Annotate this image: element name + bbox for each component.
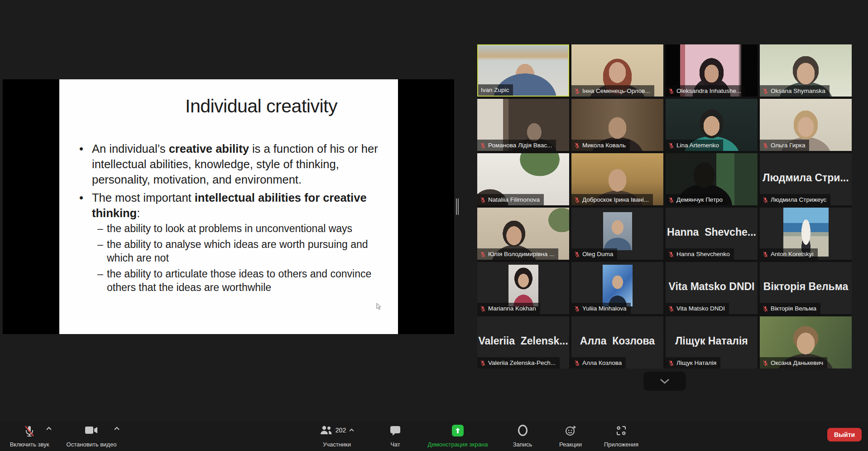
participant-tile-lishchuk-nataliia[interactable]: Ліщук НаталіяЛіщук Наталія <box>666 316 758 369</box>
mic-muted-icon <box>23 425 36 437</box>
participant-tile-demianchuk-petro[interactable]: Демянчук Петро <box>666 153 758 205</box>
sub-bullet-text: the ability to articulate those ideas to… <box>107 267 378 294</box>
slide-title: Individual creativity <box>185 96 337 117</box>
chat-button[interactable]: Чат <box>379 423 411 450</box>
sub-bullet-item: – the ability to look at problems in unc… <box>97 222 378 235</box>
participant-name-tag: Вікторія Вельма <box>760 303 820 314</box>
apps-button[interactable]: Приложения <box>594 423 648 450</box>
participant-tile-oleg-duma[interactable]: Oleg Duma <box>571 208 663 260</box>
participant-name-tag: Valeriia Zelenska-Pech... <box>477 357 560 369</box>
participant-name: Вікторія Вельма <box>771 305 816 312</box>
presentation-slide: Individual creativity • An individual’s … <box>59 79 398 334</box>
participant-name-tag: Людмила Стрижеус <box>760 194 830 205</box>
participant-name-tag: Lina Artemenko <box>666 140 723 151</box>
participant-tile-yuliia-volodymyrivna[interactable]: Юлія Володимирівна ... <box>477 208 569 260</box>
muted-mic-icon <box>668 88 674 94</box>
shared-screen-stage: Individual creativity • An individual’s … <box>3 79 454 334</box>
participant-big-name: Vita Matsko DNDI <box>666 281 758 293</box>
participant-big-name: Алла Козлова <box>571 335 663 347</box>
muted-mic-icon <box>668 197 674 203</box>
participant-name-tag: Vita Matsko DNDI <box>666 303 729 314</box>
participant-name-tag: Ліщук Наталія <box>666 357 720 369</box>
panel-resize-handle[interactable] <box>456 199 459 215</box>
participant-name-tag: Oleg Duma <box>571 248 617 260</box>
apps-label: Приложения <box>604 441 638 448</box>
participant-name: Доброскок Ірина Івані... <box>582 196 649 203</box>
chevron-down-icon <box>660 378 670 384</box>
participant-name: Ivan Zupic <box>481 87 509 93</box>
unmute-label: Включить звук <box>10 441 49 448</box>
reactions-button[interactable]: Реакции <box>549 423 592 450</box>
participant-tile-anton-koretskyi[interactable]: Anton Koretskyi <box>760 208 852 260</box>
participant-tile-oksana-shymanska[interactable]: Oksana Shymanska <box>760 44 852 97</box>
participant-tile-romanova-lidiia[interactable]: Романова Лідія Ввас... <box>477 99 569 151</box>
muted-mic-icon <box>574 360 580 366</box>
share-screen-button[interactable]: Демонстрация экрана <box>420 423 495 450</box>
participants-button[interactable]: 202 Участники <box>312 423 362 450</box>
camera-icon <box>85 425 98 436</box>
participant-big-name: Людмила Стри... <box>760 172 852 184</box>
gallery-next-page-button[interactable] <box>643 372 686 391</box>
participant-name-tag: Микола Коваль <box>571 140 630 151</box>
sub-bullet-text: the ability to look at problems in uncon… <box>107 222 378 235</box>
leave-meeting-button[interactable]: Выйти <box>827 428 862 441</box>
participant-tile-alla-kozlova[interactable]: Алла КозловаАлла Козлова <box>571 316 663 369</box>
mic-options-chevron[interactable] <box>46 427 52 431</box>
participant-tile-vita-matsko-dndi[interactable]: Vita Matsko DNDIVita Matsko DNDI <box>666 262 758 314</box>
muted-mic-icon <box>762 197 768 203</box>
muted-mic-icon <box>668 360 674 366</box>
apps-icon <box>615 425 627 436</box>
participant-name: Oleksandra Inhatushe... <box>676 87 741 94</box>
reactions-label: Реакции <box>559 441 582 448</box>
participant-tile-dobroskok-iryna[interactable]: Доброскок Ірина Івані... <box>571 153 663 205</box>
participant-name: Anton Koretskyi <box>771 251 814 257</box>
participant-tile-oleksandra-inhatushe[interactable]: Oleksandra Inhatushe... <box>666 44 758 97</box>
participant-name-tag: Nataliia Filimonova <box>477 194 544 205</box>
slide-bullets: • An individual’s creative ability is a … <box>79 141 378 296</box>
participant-tile-viktoriia-velma[interactable]: Вікторія ВельмаВікторія Вельма <box>760 262 852 314</box>
participant-big-name: Valeriia Zelensk... <box>477 335 569 347</box>
participant-name: Vita Matsko DNDI <box>676 305 725 312</box>
stop-video-button[interactable]: Остановить видео <box>62 423 121 450</box>
participant-name-tag: Демянчук Петро <box>666 194 727 205</box>
participant-name: Юлія Володимирівна ... <box>488 251 554 257</box>
participant-tile-yuliia-minhalova[interactable]: Yuliia Minhalova <box>571 262 663 314</box>
participant-tile-liudmyla-stryzheus[interactable]: Людмила Стри...Людмила Стрижеус <box>760 153 852 205</box>
participant-tile-marianna-kokhan[interactable]: Marianna Kokhan <box>477 262 569 314</box>
muted-mic-icon <box>480 306 486 312</box>
participant-name-tag: Романова Лідія Ввас... <box>477 140 556 151</box>
video-options-chevron[interactable] <box>114 427 120 431</box>
muted-mic-icon <box>762 142 768 149</box>
muted-mic-icon <box>668 142 674 149</box>
participant-tile-olha-hyrka[interactable]: Ольга Гирка <box>760 99 852 151</box>
participant-name-tag: Оксана Данькевич <box>760 357 827 369</box>
participant-tile-hanna-shevchenko[interactable]: Hanna Shevche...Hanna Shevchenko <box>666 208 758 260</box>
participant-tile-inna-semenets-orlova[interactable]: Інна Семенець-Орлов... <box>571 44 663 97</box>
participant-name-tag: Доброскок Ірина Івані... <box>571 194 653 205</box>
participant-name-tag: Hanna Shevchenko <box>666 248 734 260</box>
participant-name-tag: Anton Koretskyi <box>760 248 818 260</box>
participant-tile-nataliia-filimonova[interactable]: Nataliia Filimonova <box>477 153 569 205</box>
share-screen-icon <box>452 425 464 436</box>
sub-bullet-marker: – <box>97 267 107 294</box>
participant-name: Інна Семенець-Орлов... <box>582 87 650 94</box>
participant-name: Ліщук Наталія <box>676 359 716 366</box>
participant-name: Nataliia Filimonova <box>488 196 540 203</box>
participant-tile-mykola-koval[interactable]: Микола Коваль <box>571 99 663 151</box>
participants-chevron[interactable] <box>349 428 355 432</box>
participant-tile-oksana-dankevych[interactable]: Оксана Данькевич <box>760 316 852 369</box>
participants-icon <box>319 425 333 436</box>
participant-tile-ivan-zupic[interactable]: Ivan Zupic <box>477 44 569 97</box>
participant-big-name: Ліщук Наталія <box>666 335 758 347</box>
slide-sub-bullets: – the ability to look at problems in unc… <box>97 222 378 294</box>
participant-tile-lina-artemenko[interactable]: Lina Artemenko <box>666 99 758 151</box>
record-icon <box>518 425 528 436</box>
participant-name: Оксана Данькевич <box>771 359 823 366</box>
participant-big-name: Hanna Shevche... <box>666 226 758 238</box>
meeting-toolbar: Включить звук Остановить видео 202 Участ… <box>0 421 868 451</box>
record-button[interactable]: Запись <box>504 423 542 450</box>
bullet-text: The most important intellectual abilitie… <box>92 190 378 221</box>
participant-name-tag: Oleksandra Inhatushe... <box>666 85 745 97</box>
participants-label: Участники <box>323 441 351 448</box>
participant-tile-valeriia-zelenska[interactable]: Valeriia Zelensk...Valeriia Zelenska-Pec… <box>477 316 569 369</box>
